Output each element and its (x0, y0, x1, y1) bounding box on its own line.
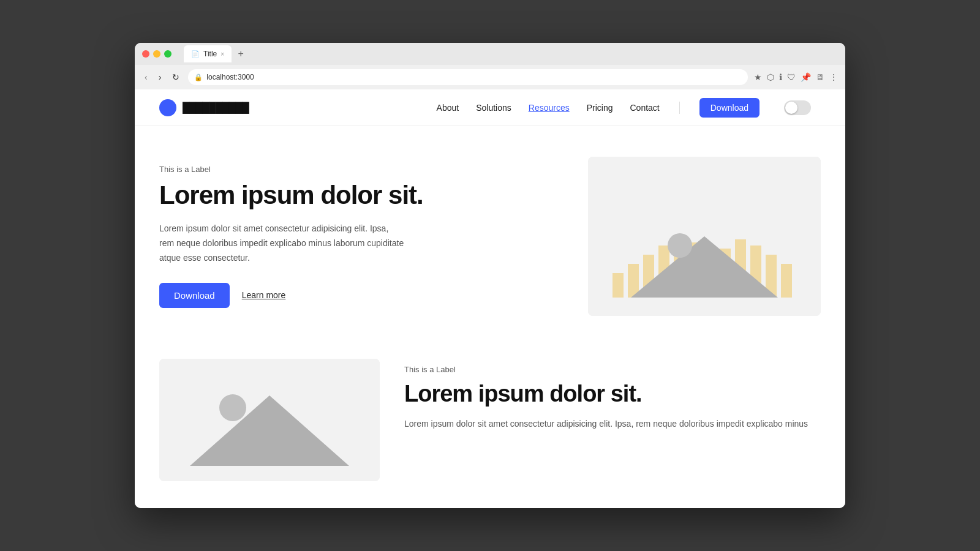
url-text: localhost:3000 (206, 73, 254, 81)
second-title: Lorem ipsum dolor sit. (404, 381, 821, 407)
svg-rect-1 (612, 273, 624, 298)
back-button[interactable]: ‹ (142, 71, 150, 83)
new-tab-button[interactable]: + (234, 47, 247, 61)
second-section-image (159, 359, 380, 481)
menu-icon[interactable]: ⋮ (829, 72, 838, 82)
second-image-placeholder (159, 359, 380, 481)
tab-title: Title (203, 50, 217, 58)
browser-tab[interactable]: 📄 Title × (184, 45, 232, 62)
bookmark-icon[interactable]: ★ (754, 72, 762, 82)
svg-rect-12 (781, 264, 792, 298)
hero-label: This is a Label (159, 165, 564, 174)
nav-pricing[interactable]: Pricing (587, 103, 613, 113)
url-input[interactable]: 🔒 localhost:3000 (188, 69, 748, 85)
second-section: This is a Label Lorem ipsum dolor sit. L… (135, 347, 845, 508)
browser-window: 📄 Title × + ‹ › ↻ 🔒 localhost:3000 ★ ⬡ ℹ… (135, 43, 845, 508)
svg-point-17 (219, 394, 246, 421)
title-bar: 📄 Title × + (135, 43, 845, 65)
nav-divider (679, 102, 680, 114)
monitor-icon[interactable]: 🖥 (816, 72, 824, 82)
nav-contact[interactable]: Contact (630, 103, 659, 113)
hero-image-placeholder (588, 157, 821, 316)
maximize-window-button[interactable] (164, 50, 172, 58)
hero-title: Lorem ipsum dolor sit. (159, 181, 564, 209)
nav-about[interactable]: About (437, 103, 459, 113)
logo-icon (159, 99, 176, 116)
hero-image (588, 157, 821, 316)
second-section-text: This is a Label Lorem ipsum dolor sit. L… (404, 359, 821, 432)
toggle-knob (785, 102, 797, 114)
hero-learn-more-button[interactable]: Learn more (242, 290, 286, 300)
hero-section: This is a Label Lorem ipsum dolor sit. L… (135, 126, 845, 347)
theme-toggle[interactable] (784, 100, 811, 115)
minimize-window-button[interactable] (153, 50, 160, 58)
shield-icon[interactable]: 🛡 (787, 72, 796, 82)
hero-actions: Download Learn more (159, 283, 564, 308)
second-label: This is a Label (404, 365, 821, 374)
close-window-button[interactable] (142, 50, 149, 58)
logo-text: ██████████ (183, 102, 249, 113)
info-icon[interactable]: ℹ (779, 72, 782, 82)
browser-toolbar-icons: ★ ⬡ ℹ 🛡 📌 🖥 ⋮ (754, 72, 838, 82)
pin-icon[interactable]: 📌 (801, 72, 811, 82)
nav-links: About Solutions Resources Pricing Contac… (437, 98, 811, 118)
lock-icon: 🔒 (194, 73, 203, 81)
nav-solutions[interactable]: Solutions (476, 103, 511, 113)
nav-download-button[interactable]: Download (699, 98, 760, 118)
site-nav: ██████████ About Solutions Resources Pri… (135, 89, 845, 126)
traffic-lights (142, 50, 172, 58)
tab-page-icon: 📄 (191, 50, 200, 58)
second-description: Lorem ipsum dolor sit amet consectetur a… (404, 417, 821, 432)
hero-description: Lorem ipsum dolor sit amet consectetur a… (159, 222, 404, 265)
address-bar: ‹ › ↻ 🔒 localhost:3000 ★ ⬡ ℹ 🛡 📌 🖥 ⋮ (135, 65, 845, 89)
tab-bar: 📄 Title × + (184, 45, 247, 62)
page-content: ██████████ About Solutions Resources Pri… (135, 89, 845, 508)
reload-button[interactable]: ↻ (170, 71, 182, 83)
extensions-icon[interactable]: ⬡ (767, 72, 774, 82)
tab-close-button[interactable]: × (221, 51, 224, 58)
logo-area: ██████████ (159, 99, 249, 116)
hero-download-button[interactable]: Download (159, 283, 230, 308)
forward-button[interactable]: › (156, 71, 164, 83)
nav-resources[interactable]: Resources (529, 103, 570, 113)
svg-point-14 (668, 233, 692, 258)
hero-text: This is a Label Lorem ipsum dolor sit. L… (159, 165, 564, 308)
